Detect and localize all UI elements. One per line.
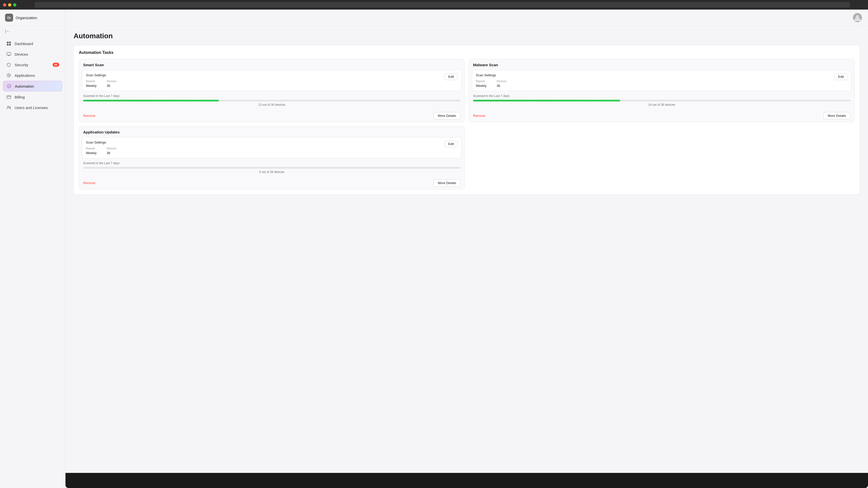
content-header	[65, 9, 868, 26]
malware-scan-remove-button[interactable]: Remove	[473, 114, 485, 118]
malware-scan-progress-fill	[473, 100, 620, 101]
traffic-lights	[3, 3, 17, 6]
automation-icon	[6, 83, 12, 89]
sidebar: Or Organization |← Dashboard	[0, 9, 65, 488]
sidebar-item-dashboard[interactable]: Dashboard	[3, 38, 62, 48]
malware-scan-settings-label: Scan Settings	[476, 73, 506, 77]
sidebar-item-security[interactable]: Security 60	[3, 60, 62, 70]
sidebar-item-applications[interactable]: Applications	[3, 70, 62, 80]
malware-scan-footer: Remove More Details	[469, 109, 855, 122]
malware-scan-scanned: Scanned in the Last 7 days 14 out of 36 …	[469, 91, 855, 109]
monitor-icon	[6, 52, 11, 57]
app-icon	[6, 72, 11, 78]
user-avatar[interactable]	[853, 13, 862, 22]
malware-scan-progress-bg	[473, 100, 850, 101]
application-updates-repeat-value: Weekly	[86, 151, 96, 155]
collapse-icon[interactable]: |←	[5, 29, 10, 33]
smart-scan-repeat: Repeat Weekly	[86, 79, 96, 88]
smart-scan-settings-info: Scan Settings Repeat Weekly Devices	[86, 73, 117, 88]
billing-icon	[6, 94, 11, 100]
billing-label: Billing	[14, 95, 59, 99]
malware-scan-devices-value: 36	[496, 84, 500, 88]
malware-scan-repeat-value: Weekly	[476, 84, 486, 88]
sidebar-item-automation[interactable]: Automation	[3, 81, 62, 91]
svg-rect-2	[7, 44, 8, 45]
app: Or Organization |← Dashboard	[0, 9, 868, 488]
application-updates-scanned-label: Scanned in the Last 7 days	[83, 161, 460, 165]
application-updates-devices-label: Devices	[106, 147, 116, 150]
application-updates-meta: Repeat Weekly Devices 36	[86, 147, 117, 155]
smart-scan-devices: Devices 36	[106, 79, 116, 88]
page-title: Automation	[73, 32, 860, 40]
malware-scan-settings: Scan Settings Repeat Weekly Devices	[472, 70, 851, 91]
application-updates-devices: Devices 36	[106, 147, 116, 155]
shield-icon	[6, 62, 11, 67]
applications-label: Applications	[14, 73, 59, 77]
smart-scan-devices-value: 36	[106, 84, 110, 88]
smart-scan-settings: Scan Settings Repeat Weekly Devices	[82, 70, 461, 91]
application-updates-repeat-label: Repeat	[86, 147, 96, 150]
malware-scan-repeat-label: Repeat	[476, 79, 486, 83]
grid-icon	[6, 41, 11, 46]
smart-scan-footer: Remove More Details	[79, 109, 464, 122]
smart-scan-meta: Repeat Weekly Devices 36	[86, 79, 117, 88]
sidebar-top-bar: |←	[0, 26, 65, 36]
org-avatar: Or	[5, 13, 13, 22]
smart-scan-progress-fill	[83, 100, 219, 101]
fullscreen-button[interactable]	[13, 3, 17, 6]
task-card-malware-scan: Malware Scan Scan Settings Repeat Weekly	[469, 59, 855, 122]
sidebar-item-users-licenses[interactable]: Users and Licenses	[3, 102, 62, 112]
smart-scan-more-details-button[interactable]: More Details	[434, 112, 460, 119]
automation-label: Automation	[15, 84, 59, 88]
smart-scan-title: Smart Scan	[79, 59, 464, 70]
users-icon	[6, 105, 11, 110]
security-badge: 60	[53, 63, 59, 67]
dashboard-label: Dashboard	[14, 41, 59, 46]
malware-scan-devices: Devices 36	[496, 79, 506, 88]
application-updates-scanned: Scanned in the Last 7 days 0 out of 36 d…	[79, 158, 464, 177]
malware-scan-progress-text: 14 out of 36 devices	[473, 103, 850, 106]
malware-scan-settings-info: Scan Settings Repeat Weekly Devices	[476, 73, 506, 88]
smart-scan-settings-label: Scan Settings	[86, 73, 117, 77]
svg-rect-4	[7, 53, 11, 55]
application-updates-more-details-button[interactable]: More Details	[434, 179, 460, 187]
tasks-column-right: Malware Scan Scan Settings Repeat Weekly	[469, 59, 855, 189]
minimize-button[interactable]	[8, 3, 11, 6]
application-updates-settings-info: Scan Settings Repeat Weekly Devices	[86, 140, 117, 155]
users-licenses-label: Users and Licenses	[14, 105, 59, 110]
smart-scan-scanned-label: Scanned in the Last 7 days	[83, 94, 460, 98]
titlebar	[0, 0, 868, 9]
smart-scan-remove-button[interactable]: Remove	[83, 114, 95, 118]
svg-rect-8	[7, 96, 11, 98]
sidebar-nav: Dashboard Devices Security	[0, 36, 65, 115]
sidebar-item-billing[interactable]: Billing	[3, 92, 62, 102]
smart-scan-repeat-value: Weekly	[86, 84, 96, 88]
malware-scan-meta: Repeat Weekly Devices 36	[476, 79, 506, 88]
task-card-application-updates: Application Updates Scan Settings Repeat…	[79, 126, 465, 189]
application-updates-remove-button[interactable]: Remove	[83, 181, 95, 185]
application-updates-footer: Remove More Details	[79, 177, 464, 189]
malware-scan-devices-label: Devices	[496, 79, 506, 83]
malware-scan-repeat: Repeat Weekly	[476, 79, 486, 88]
malware-scan-edit-button[interactable]: Edit	[835, 73, 847, 80]
close-button[interactable]	[3, 3, 6, 6]
malware-scan-more-details-button[interactable]: More Details	[824, 112, 850, 119]
address-bar[interactable]	[34, 2, 850, 7]
application-updates-title: Application Updates	[79, 126, 464, 137]
svg-point-9	[7, 106, 9, 107]
org-name: Organization	[16, 15, 37, 20]
malware-scan-scanned-label: Scanned in the Last 7 days	[473, 94, 850, 98]
bottom-bar	[65, 473, 868, 488]
application-updates-settings: Scan Settings Repeat Weekly Devices	[82, 137, 461, 158]
tasks-column-left: Smart Scan Scan Settings Repeat Weekly	[79, 59, 465, 189]
smart-scan-devices-label: Devices	[106, 79, 116, 83]
svg-rect-0	[7, 41, 8, 43]
svg-point-6	[8, 75, 9, 76]
application-updates-repeat: Repeat Weekly	[86, 147, 96, 155]
automation-tasks-section: Automation Tasks Smart Scan Scan Setting…	[73, 45, 860, 195]
application-updates-edit-button[interactable]: Edit	[444, 140, 458, 147]
smart-scan-edit-button[interactable]: Edit	[444, 73, 458, 80]
smart-scan-scanned: Scanned in the Last 7 days 13 out of 36 …	[79, 91, 464, 109]
sidebar-item-devices[interactable]: Devices	[3, 49, 62, 59]
section-title: Automation Tasks	[79, 51, 855, 55]
